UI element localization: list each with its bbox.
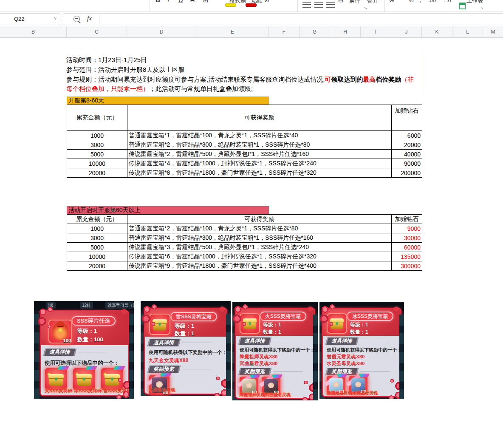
rules-text-red: 每个档位叠加，只能拿一档） <box>66 85 149 92</box>
diamond-cell[interactable]: 40000 <box>392 150 422 159</box>
reward-cell[interactable]: 普通雷霆宝箱*1，雷霆结晶*100，青龙之灵*1，SSS碎片任选*40 <box>127 131 392 140</box>
column-header-M[interactable]: M <box>483 26 503 37</box>
font-color-button[interactable] <box>246 3 257 7</box>
align-right-button[interactable] <box>326 2 335 8</box>
preview-banner: 奖励预览 <box>147 366 181 373</box>
column-header-K[interactable]: K <box>422 26 452 37</box>
column-header-D[interactable]: D <box>127 26 196 37</box>
diamond-cell[interactable]: 9000 <box>392 224 422 233</box>
event-scope-line[interactable]: 参与范围：活动开启时开服8天及以上区服 <box>66 65 184 74</box>
amount-cell[interactable]: 1000 <box>67 131 127 140</box>
amount-cell[interactable]: 1000 <box>67 224 127 233</box>
increase-decimal-button[interactable]: .00 <box>428 0 436 3</box>
strikethrough-button[interactable]: A <box>190 0 195 3</box>
amount-cell[interactable]: 3000 <box>67 140 127 150</box>
amount-cell[interactable]: 20000 <box>67 168 127 178</box>
item-card-thunder-chest[interactable]: 雷SSS灵将宝箱 等级：1 数量：1 道具详情 使用可随机获得以下奖励中的一个：… <box>141 301 231 396</box>
reward-header-cell[interactable]: 可获得奖励 <box>127 105 392 131</box>
diamond-cell[interactable]: 135000 <box>392 252 422 261</box>
reward-cell[interactable]: 普通雷霆宝箱*2，雷霆结晶*300，绝品时装宝箱*1，SSS碎片任选*80 <box>127 140 392 150</box>
formula-bar: Q22 ˅ fx <box>0 12 503 26</box>
reward-name: 九天玄女灵魂X80 <box>149 357 188 364</box>
amount-header-cell[interactable]: 累充金额（元） <box>67 105 127 131</box>
chevron-down-icon[interactable]: ˅ <box>54 16 57 21</box>
diamond-header-cell[interactable]: 加赠钻石 <box>392 105 422 131</box>
game-background-strip: )级 12转 跳新手引导（跳 <box>34 301 134 310</box>
qty-value: 1 <box>278 329 281 335</box>
table-row: 10000 传说雷霆宝箱*4，雷霆结晶*1000，封神传说任选*1，SSS碎片任… <box>67 159 422 168</box>
fx-icon[interactable]: fx <box>87 15 92 22</box>
borders-button[interactable]: ⊞ <box>203 0 209 4</box>
column-header-J[interactable]: J <box>391 26 422 37</box>
amount-cell[interactable]: 20000 <box>67 261 127 271</box>
align-center-button[interactable] <box>314 2 323 8</box>
bold-button[interactable]: B <box>155 0 160 3</box>
amount-cell[interactable]: 10000 <box>67 252 127 261</box>
dialog-launcher-icon[interactable]: ↘ <box>364 6 367 10</box>
comma-format-button[interactable]: , <box>420 0 421 3</box>
align-left-button[interactable] <box>302 2 311 8</box>
diamond-cell[interactable]: 300000 <box>392 261 422 271</box>
reward-cell[interactable]: 传说雷霆宝箱*8，雷霆结晶*1800，豪门世家任选*1，SSS碎片任选*320 <box>127 168 392 178</box>
formula-input[interactable]: fx <box>63 13 503 25</box>
level-value: 1 <box>278 322 281 328</box>
diamond-cell[interactable]: 20000 <box>392 140 422 150</box>
diamond-cell[interactable]: 60000 <box>392 243 422 252</box>
currency-format-button[interactable]: ⊜ <box>389 0 395 4</box>
event-time-line[interactable]: 活动时间：1月23日-1月25日 <box>66 56 147 64</box>
column-header-G[interactable]: G <box>300 26 330 37</box>
reward-header-cell[interactable]: 可获得奖励 <box>127 215 392 224</box>
decrease-decimal-button[interactable]: →.0 <box>441 0 451 3</box>
reward-cell[interactable]: 普通雷霆宝箱*2，雷霆结晶*100，青龙之灵*1，SSS碎片任选*80 <box>127 224 392 233</box>
column-header-B[interactable]: B <box>0 26 67 37</box>
qty-line: 数量：1 <box>350 329 368 336</box>
item-card-ice-chest[interactable]: 冰SSS灵将宝箱 等级：1 数量：1 道具详情 使用可随机获得以下奖励中的一个：… <box>319 302 404 399</box>
reward-cell[interactable]: 传说雷霆宝箱*6，雷霆结晶*1000，封神传说任选*1，SSS碎片任选*320 <box>127 252 392 261</box>
reward-cell[interactable]: 传说雷霆宝箱*4，雷霆结晶*1000，封神传说任选*1，SSS碎片任选*240 <box>127 159 392 168</box>
percent-format-button[interactable]: % <box>409 0 414 3</box>
column-header-F[interactable]: F <box>269 26 300 37</box>
event-rules-line-1[interactable]: 参与规则：活动期间累充达到对应额度可参与方案,活动结束联系专属客服查询档位达成情… <box>66 75 414 84</box>
magnifier-icon[interactable] <box>73 16 80 22</box>
reward-cell[interactable]: 传说雷霆宝箱*9，雷霆结晶*1800，豪门世家任选*1，SSS碎片任选*400 <box>127 261 392 271</box>
column-header-C[interactable]: C <box>67 26 127 37</box>
amount-cell[interactable]: 3000 <box>67 233 127 243</box>
column-header-E[interactable]: E <box>196 26 269 37</box>
toolbar-divider <box>384 0 385 11</box>
reward-cell[interactable]: 传说雷霆宝箱*3，雷霆结晶*500，典藏外显包I*1，SSS碎片任选*240 <box>127 243 392 252</box>
section1-banner[interactable]: 开服第8-60天 <box>67 96 269 105</box>
qty-label: 数量： <box>263 329 278 335</box>
reward-cell[interactable]: 普通雷霆宝箱*4，雷霆结晶*300，绝品时装宝箱*1，SSS碎片任选*160 <box>127 233 392 243</box>
diamond-cell[interactable]: 90000 <box>392 159 422 168</box>
diamond-cell[interactable]: 200000 <box>392 168 422 178</box>
reward-name: 水灵圣母灵魂X80 <box>327 360 365 367</box>
amount-cell[interactable]: 5000 <box>67 150 127 159</box>
merge-cells-button[interactable]: 合并 <box>367 0 378 5</box>
amount-cell[interactable]: 10000 <box>67 159 127 168</box>
dialog-launcher-icon[interactable]: ↘ <box>480 6 483 10</box>
item-card-sss-fragment[interactable]: )级 12转 跳新手引导（跳 SSS碎片任选 100 等级：1 数量：100 道… <box>34 301 134 399</box>
italic-button[interactable]: I <box>167 0 169 3</box>
amount-header-cell[interactable]: 累充金额（元） <box>67 215 127 224</box>
underline-button[interactable]: U <box>178 0 183 3</box>
amount-cell[interactable]: 5000 <box>67 243 127 252</box>
diamond-cell[interactable]: 30000 <box>392 233 422 243</box>
item-card-fire-chest[interactable]: 火SSS灵将宝箱 等级：1 数量：1 道具详情 使用可随机获得以下奖励中的一个：… <box>232 302 318 400</box>
section2-banner[interactable]: 活动开启时开服第60天以上 <box>67 206 269 214</box>
column-header-L[interactable]: L <box>452 26 483 37</box>
reward-cell[interactable]: 传说雷霆宝箱*2，雷霆结晶*500，典藏外显包I*1，SSS碎片任选*160 <box>127 150 392 159</box>
level-value: 1 <box>191 323 194 329</box>
event-rules-line-2[interactable]: 每个档位叠加，只能拿一档）；此活动可与常规单日礼盒叠加领取; <box>66 85 253 93</box>
diamond-cell[interactable]: 6000 <box>392 131 422 140</box>
item-chest-icon <box>327 313 347 334</box>
worksheet-button[interactable]: 工作表 <box>466 0 483 5</box>
name-box[interactable]: Q22 ˅ <box>0 13 60 25</box>
indent-button[interactable]: ⊟ <box>338 0 344 4</box>
diamond-header-cell[interactable]: 加赠钻石 <box>392 215 422 224</box>
wings-decoration <box>85 366 98 370</box>
clear-format-button[interactable]: ⊘ <box>264 0 270 4</box>
column-header-I[interactable]: I <box>361 26 391 37</box>
wrap-text-button[interactable]: 换行 <box>349 0 360 5</box>
column-header-H[interactable]: H <box>330 26 361 37</box>
highlight-color-button[interactable] <box>225 3 236 7</box>
